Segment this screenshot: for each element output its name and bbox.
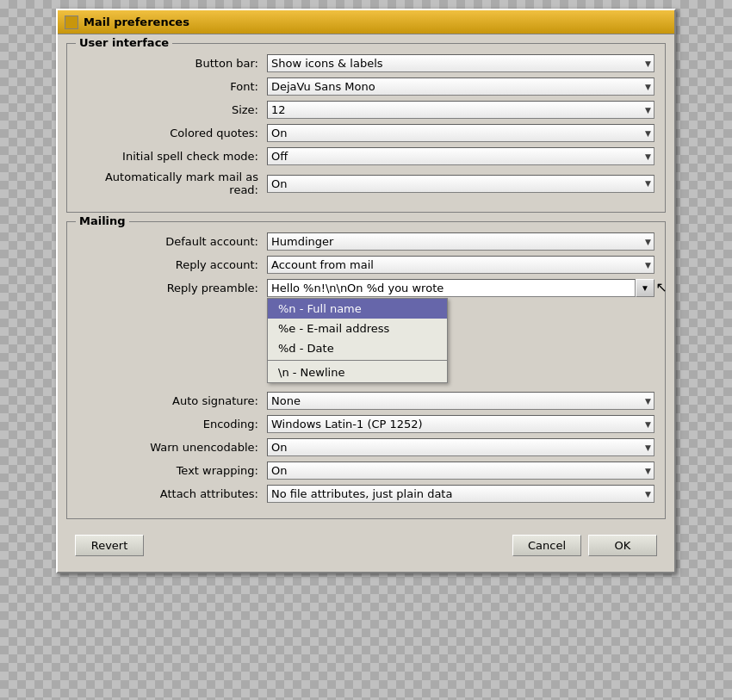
mailing-title: Mailing (76, 214, 129, 227)
auto-signature-control: None (267, 392, 654, 410)
attach-attributes-label: Attach attributes: (78, 487, 267, 500)
auto-signature-select[interactable]: None (267, 392, 654, 410)
ok-button[interactable]: OK (588, 535, 657, 556)
dropdown-item-date[interactable]: %d - Date (268, 338, 447, 358)
attach-attributes-select[interactable]: No file attributes, just plain data Incl… (267, 485, 654, 503)
encoding-control: Windows Latin-1 (CP 1252) UTF-8 (267, 415, 654, 433)
default-account-label: Default account: (78, 235, 267, 248)
user-interface-title: User interface (76, 36, 172, 49)
reply-preamble-input[interactable] (267, 279, 636, 297)
auto-mark-row: Automatically mark mail as read: On Off (78, 170, 654, 196)
button-bar-row: Button bar: Show icons & labels Show ico… (78, 54, 654, 72)
button-bar-select[interactable]: Show icons & labels Show icons only Show… (267, 54, 654, 72)
spell-check-label: Initial spell check mode: (78, 150, 267, 163)
revert-button[interactable]: Revert (75, 535, 144, 556)
size-select[interactable]: 10 11 12 14 (267, 101, 654, 119)
button-bar-label: Button bar: (78, 57, 267, 70)
warn-unencodable-row: Warn unencodable: On Off (78, 438, 654, 456)
size-label: Size: (78, 103, 267, 116)
reply-preamble-label: Reply preamble: (78, 282, 267, 294)
reply-account-select[interactable]: Account from mail Default account (267, 256, 654, 274)
dropdown-divider (268, 360, 447, 361)
auto-mark-label: Automatically mark mail as read: (78, 170, 267, 196)
colored-quotes-row: Colored quotes: On Off (78, 124, 654, 142)
encoding-row: Encoding: Windows Latin-1 (CP 1252) UTF-… (78, 415, 654, 433)
spell-check-select[interactable]: On Off (267, 147, 654, 165)
spell-check-control: On Off (267, 147, 654, 165)
button-bar-control: Show icons & labels Show icons only Show… (267, 54, 654, 72)
user-interface-section: User interface Button bar: Show icons & … (66, 43, 666, 213)
auto-signature-row: Auto signature: None (78, 392, 654, 410)
font-label: Font: (78, 80, 267, 93)
preamble-dropdown-menu: %n - Full name %e - E-mail address %d - … (267, 298, 448, 383)
colored-quotes-label: Colored quotes: (78, 127, 267, 139)
reply-account-control: Account from mail Default account (267, 256, 654, 274)
default-account-select[interactable]: Humdinger (267, 232, 654, 251)
reply-account-label: Reply account: (78, 258, 267, 271)
spell-check-row: Initial spell check mode: On Off (78, 147, 654, 165)
default-account-row: Default account: Humdinger (78, 232, 654, 251)
auto-signature-label: Auto signature: (78, 394, 267, 407)
attach-attributes-row: Attach attributes: No file attributes, j… (78, 485, 654, 503)
colored-quotes-select[interactable]: On Off (267, 124, 654, 142)
dropdown-item-fullname[interactable]: %n - Full name (268, 299, 447, 319)
preamble-dropdown-button[interactable]: ▼ (636, 279, 654, 297)
titlebar: Mail preferences (58, 10, 674, 34)
font-select[interactable]: DejaVu Sans Mono DejaVu Sans Monospace (267, 77, 654, 96)
encoding-label: Encoding: (78, 418, 267, 431)
warn-unencodable-select[interactable]: On Off (267, 438, 654, 456)
reply-preamble-control: ▼ %n - Full name %e - E-mail address %d … (267, 279, 654, 297)
mail-preferences-window: Mail preferences User interface Button b… (56, 9, 676, 573)
default-account-control: Humdinger (267, 232, 654, 251)
text-wrapping-select[interactable]: On Off (267, 462, 654, 480)
text-wrapping-row: Text wrapping: On Off (78, 462, 654, 480)
warn-unencodable-control: On Off (267, 438, 654, 456)
size-row: Size: 10 11 12 14 (78, 101, 654, 119)
content-area: User interface Button bar: Show icons & … (58, 34, 674, 572)
cancel-button[interactable]: Cancel (512, 535, 581, 556)
encoding-select[interactable]: Windows Latin-1 (CP 1252) UTF-8 (267, 415, 654, 433)
text-wrapping-label: Text wrapping: (78, 464, 267, 477)
window-title: Mail preferences (84, 15, 189, 28)
dropdown-item-newline[interactable]: \n - Newline (268, 362, 447, 382)
warn-unencodable-label: Warn unencodable: (78, 441, 267, 454)
size-control: 10 11 12 14 (267, 101, 654, 119)
auto-mark-select[interactable]: On Off (267, 175, 654, 193)
auto-mark-control: On Off (267, 175, 654, 193)
font-row: Font: DejaVu Sans Mono DejaVu Sans Monos… (78, 77, 654, 96)
window-icon (65, 15, 78, 29)
cursor-icon: ↖ (656, 279, 667, 295)
mailing-section: Mailing Default account: Humdinger Reply… (66, 221, 666, 519)
reply-account-row: Reply account: Account from mail Default… (78, 256, 654, 274)
buttons-area: Revert Cancel OK (66, 528, 666, 563)
text-wrapping-control: On Off (267, 462, 654, 480)
reply-preamble-row: Reply preamble: ▼ %n - Full name %e - E-… (78, 279, 654, 297)
font-control: DejaVu Sans Mono DejaVu Sans Monospace (267, 77, 654, 96)
dropdown-item-email[interactable]: %e - E-mail address (268, 319, 447, 338)
attach-attributes-control: No file attributes, just plain data Incl… (267, 485, 654, 503)
colored-quotes-control: On Off (267, 124, 654, 142)
